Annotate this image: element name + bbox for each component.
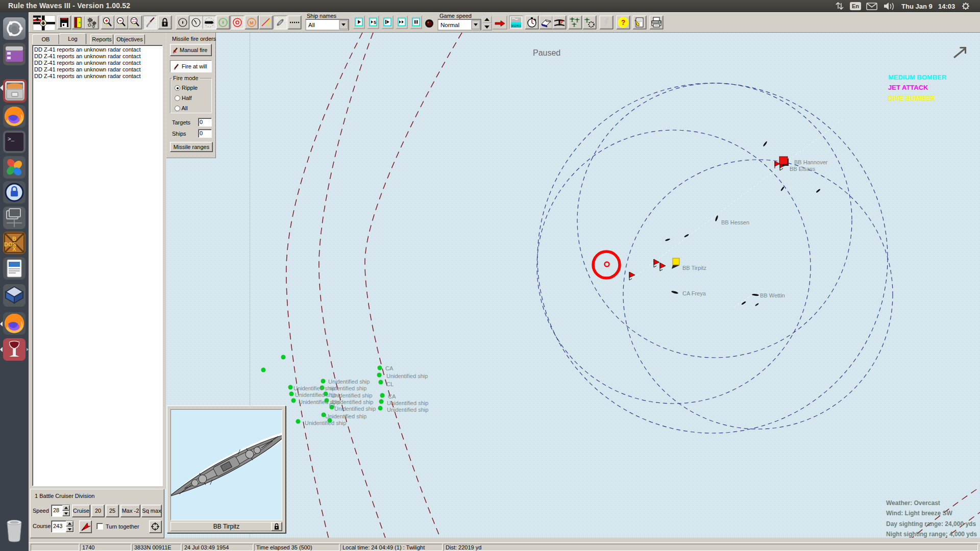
svg-text:Day sighting range: 24,000 yds: Day sighting range: 24,000 yds [886, 520, 976, 528]
svg-text:Unidentified ship: Unidentified ship [387, 407, 428, 413]
svg-text:Ship names: Ship names [307, 13, 337, 19]
svg-text:Paused: Paused [533, 48, 560, 57]
svg-text:X: X [12, 246, 16, 252]
svg-text:Unidentified ship: Unidentified ship [386, 373, 428, 379]
svg-text:CA Freya: CA Freya [682, 290, 706, 296]
svg-text:Unidentified ship: Unidentified ship [334, 406, 376, 412]
svg-text:DIVE BOMBER: DIVE BOMBER [888, 94, 935, 102]
svg-text:BB Wettin: BB Wettin [760, 292, 785, 298]
svg-text:CA: CA [388, 393, 396, 399]
svg-text:JET ATTACK: JET ATTACK [888, 84, 928, 91]
svg-text:Unidentified ship: Unidentified ship [387, 400, 428, 406]
svg-text:5: 5 [374, 20, 376, 25]
svg-text:BB Hessen: BB Hessen [721, 219, 749, 226]
svg-text:>_: >_ [8, 136, 15, 142]
svg-text:Game speed: Game speed [439, 13, 472, 19]
svg-text:En: En [852, 3, 859, 9]
svg-text:BB Tirpitz: BB Tirpitz [682, 265, 706, 271]
svg-text:Unidentified ship: Unidentified ship [325, 413, 366, 419]
svg-text:MEDIUM BOMBER: MEDIUM BOMBER [888, 73, 947, 81]
svg-text:?: ? [621, 18, 626, 27]
svg-text:Weather: Overcast: Weather: Overcast [886, 499, 940, 507]
svg-text:14:03: 14:03 [938, 3, 955, 10]
svg-text:CA: CA [385, 365, 394, 371]
svg-text:BB Hannover: BB Hannover [794, 159, 828, 165]
svg-text:BB Elsass: BB Elsass [790, 166, 816, 172]
svg-text:M: M [250, 20, 254, 26]
svg-text:Thu Jan 9: Thu Jan 9 [901, 3, 933, 10]
svg-text:?: ? [559, 19, 563, 26]
svg-text:Unidentified ship: Unidentified ship [332, 399, 373, 405]
svg-text:Normal: Normal [440, 22, 459, 28]
svg-text:Unidentified ship: Unidentified ship [305, 420, 346, 426]
svg-text:Unidentified ship: Unidentified ship [328, 379, 370, 385]
svg-text:All: All [308, 22, 315, 28]
svg-text:Night sighting range: 4,000 yd: Night sighting range: 4,000 yds [886, 531, 977, 538]
svg-text:nidentified ship: nidentified ship [329, 385, 366, 391]
svg-text:CL: CL [386, 381, 394, 387]
svg-text:Wind: Light breeze SW: Wind: Light breeze SW [886, 510, 953, 517]
svg-text:Unidentified ship: Unidentified ship [331, 392, 372, 398]
